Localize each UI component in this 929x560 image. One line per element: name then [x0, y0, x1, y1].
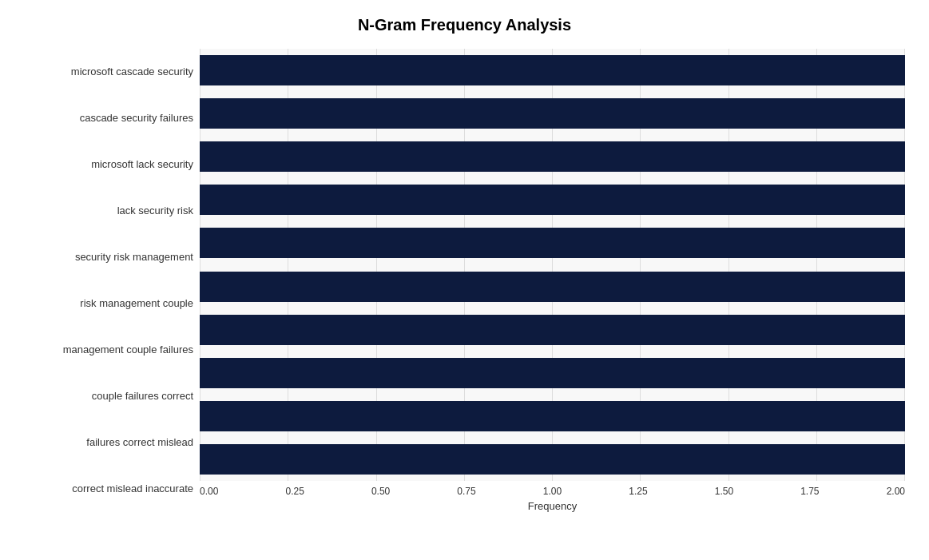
chart-title: N-Gram Frequency Analysis	[358, 16, 571, 34]
bar	[200, 98, 905, 129]
bar	[200, 141, 905, 172]
bar-row	[200, 52, 905, 89]
bars-wrapper	[200, 49, 905, 481]
y-label: correct mislead inaccurate	[72, 483, 193, 495]
y-label: microsoft cascade security	[71, 66, 193, 78]
y-label: risk management couple	[80, 297, 193, 310]
x-tick: 1.25	[629, 486, 647, 497]
y-label: microsoft lack security	[91, 158, 193, 171]
bar-row	[200, 268, 905, 305]
y-label: management couple failures	[63, 344, 193, 356]
x-axis-label: Frequency	[200, 500, 905, 512]
bar-row	[200, 181, 905, 218]
x-tick: 0.00	[200, 486, 218, 497]
bar-row	[200, 138, 905, 175]
x-tick: 0.50	[371, 486, 390, 497]
y-label: failures correct mislead	[86, 436, 193, 449]
bar	[200, 401, 905, 431]
chart-container: N-Gram Frequency Analysis microsoft casc…	[0, 0, 929, 560]
x-tick: 1.50	[715, 486, 733, 497]
bar-row	[200, 398, 905, 435]
y-label: lack security risk	[117, 205, 193, 217]
bar	[200, 315, 905, 345]
bar-row	[200, 441, 905, 478]
x-tick: 1.75	[800, 486, 819, 497]
x-axis: 0.000.250.500.751.001.251.501.752.00	[200, 481, 905, 497]
bar-row	[200, 355, 905, 391]
bar	[200, 185, 905, 215]
bars-and-xaxis: 0.000.250.500.751.001.251.501.752.00 Fre…	[200, 49, 905, 512]
x-tick: 0.75	[457, 486, 475, 497]
y-axis-labels: microsoft cascade securitycascade securi…	[24, 49, 200, 512]
bar	[200, 358, 905, 388]
bar-row	[200, 312, 905, 348]
x-tick: 1.00	[543, 486, 562, 497]
y-label: security risk management	[75, 251, 193, 264]
y-label: cascade security failures	[80, 112, 193, 125]
bar	[200, 228, 905, 258]
bar-row	[200, 95, 905, 132]
x-tick: 2.00	[887, 486, 905, 497]
chart-area: microsoft cascade securitycascade securi…	[24, 49, 905, 512]
x-tick: 0.25	[285, 486, 304, 497]
y-label: couple failures correct	[92, 390, 193, 403]
bar	[200, 272, 905, 302]
bar	[200, 55, 905, 85]
bar	[200, 444, 905, 475]
bar-row	[200, 224, 905, 261]
